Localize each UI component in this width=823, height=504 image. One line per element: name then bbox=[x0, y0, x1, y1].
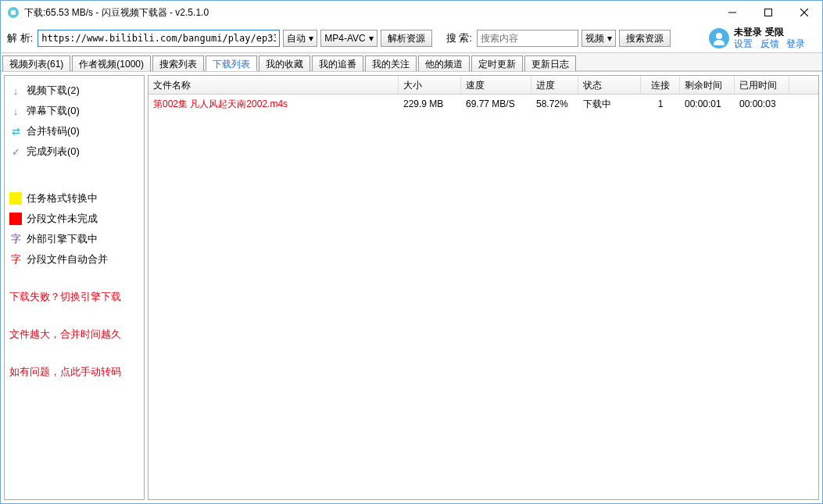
login-link[interactable]: 登录 bbox=[786, 38, 805, 49]
table-header: 文件名称 大小 速度 进度 状态 连接 剩余时间 已用时间 bbox=[148, 76, 818, 95]
toolbar: 解 析: 自动▾ MP4-AVC▾ 解析资源 搜 索: 视频▾ 搜索资源 未登录… bbox=[1, 24, 822, 52]
titlebar: 下载:65.53 MB/s - 闪豆视频下载器 - v2.5.1.0 bbox=[1, 1, 822, 24]
tab-following[interactable]: 我的关注 bbox=[365, 55, 417, 71]
text-icon: 字 bbox=[9, 232, 22, 246]
cell-speed: 69.77 MB/S bbox=[461, 95, 531, 113]
download-icon: ↓ bbox=[9, 84, 22, 97]
tab-search-list[interactable]: 搜索列表 bbox=[152, 55, 204, 71]
search-input[interactable] bbox=[477, 30, 578, 47]
col-size[interactable]: 大小 bbox=[399, 76, 461, 94]
col-status[interactable]: 状态 bbox=[578, 76, 641, 94]
tab-video-list[interactable]: 视频列表(61) bbox=[2, 55, 70, 71]
cell-status: 下载中 bbox=[578, 95, 641, 114]
format-dropdown[interactable]: MP4-AVC▾ bbox=[320, 30, 377, 47]
app-icon bbox=[7, 6, 20, 19]
tip-switch-engine[interactable]: 下载失败？切换引擎下载 bbox=[9, 288, 139, 306]
tab-favorites[interactable]: 我的收藏 bbox=[259, 55, 310, 71]
legend-incomplete: 分段文件未完成 bbox=[9, 210, 139, 227]
url-input[interactable] bbox=[38, 30, 280, 47]
minimize-button[interactable] bbox=[714, 1, 750, 24]
download-icon: ↓ bbox=[9, 105, 22, 117]
cell-progress: 58.72% bbox=[531, 95, 578, 113]
cell-filename: 第002集 凡人风起天南2002.m4s bbox=[148, 95, 399, 114]
sidebar-item-label: 合并转码(0) bbox=[27, 124, 80, 138]
svg-rect-1 bbox=[11, 10, 16, 15]
cell-conn: 1 bbox=[641, 95, 680, 113]
search-button[interactable]: 搜索资源 bbox=[619, 30, 671, 47]
maximize-button[interactable] bbox=[750, 1, 786, 24]
tip-large-file: 文件越大，合并时间越久 bbox=[9, 326, 139, 343]
square-icon bbox=[9, 213, 22, 225]
cell-size: 229.9 MB bbox=[399, 95, 461, 113]
convert-icon: ⇄ bbox=[9, 125, 22, 138]
svg-point-6 bbox=[716, 33, 722, 39]
chevron-down-icon: ▾ bbox=[309, 33, 313, 44]
login-status: 未登录 受限 bbox=[734, 27, 810, 38]
col-connections[interactable]: 连接 bbox=[641, 76, 680, 94]
tab-his-channel[interactable]: 他的频道 bbox=[418, 55, 470, 71]
table-row[interactable]: 第002集 凡人风起天南2002.m4s 229.9 MB 69.77 MB/S… bbox=[148, 95, 818, 113]
close-button[interactable] bbox=[786, 1, 822, 24]
tab-author-videos[interactable]: 作者视频(1000) bbox=[72, 55, 151, 71]
tab-bangumi[interactable]: 我的追番 bbox=[312, 55, 363, 71]
col-progress[interactable]: 进度 bbox=[531, 76, 578, 94]
text-icon: 字 bbox=[9, 252, 22, 266]
col-filename[interactable]: 文件名称 bbox=[148, 76, 399, 94]
avatar[interactable] bbox=[709, 28, 729, 48]
check-icon: ✓ bbox=[9, 145, 22, 158]
user-area: 未登录 受限 设置 反馈 登录 bbox=[709, 27, 816, 50]
sidebar-item-danmu-dl[interactable]: ↓ 弹幕下载(0) bbox=[9, 102, 139, 120]
sidebar-item-done[interactable]: ✓ 完成列表(0) bbox=[9, 143, 139, 160]
search-label: 搜 索: bbox=[446, 31, 474, 45]
tip-manual-transcode[interactable]: 如有问题，点此手动转码 bbox=[9, 363, 139, 381]
sidebar-item-merge[interactable]: ⇄ 合并转码(0) bbox=[9, 123, 139, 140]
legend-external: 字外部引擎下载中 bbox=[9, 231, 139, 248]
sidebar-item-label: 弹幕下载(0) bbox=[27, 104, 80, 118]
chevron-down-icon: ▾ bbox=[607, 33, 612, 44]
cell-remain: 00:00:01 bbox=[680, 95, 735, 113]
parse-button[interactable]: 解析资源 bbox=[381, 30, 432, 47]
col-elapsed[interactable]: 已用时间 bbox=[735, 76, 789, 94]
sidebar-item-video-dl[interactable]: ↓ 视频下载(2) bbox=[9, 82, 139, 99]
sidebar-item-label: 视频下载(2) bbox=[27, 84, 80, 98]
download-table: 文件名称 大小 速度 进度 状态 连接 剩余时间 已用时间 第002集 凡人风起… bbox=[148, 75, 819, 500]
legend-converting: 任务格式转换中 bbox=[9, 190, 139, 207]
search-type-dropdown[interactable]: 视频▾ bbox=[581, 30, 616, 47]
sidebar: ↓ 视频下载(2) ↓ 弹幕下载(0) ⇄ 合并转码(0) ✓ 完成列表(0) … bbox=[4, 75, 145, 500]
square-icon bbox=[9, 192, 22, 205]
parse-label: 解 析: bbox=[7, 31, 34, 45]
legend-automerge: 字分段文件自动合并 bbox=[9, 251, 139, 268]
settings-link[interactable]: 设置 bbox=[734, 38, 753, 49]
tab-changelog[interactable]: 更新日志 bbox=[524, 55, 576, 71]
col-remaining[interactable]: 剩余时间 bbox=[680, 76, 735, 94]
cell-elapsed: 00:00:03 bbox=[735, 95, 789, 113]
window-title: 下载:65.53 MB/s - 闪豆视频下载器 - v2.5.1.0 bbox=[24, 6, 209, 20]
svg-rect-3 bbox=[765, 9, 772, 16]
col-speed[interactable]: 速度 bbox=[461, 76, 531, 94]
tab-download-list[interactable]: 下载列表 bbox=[206, 55, 257, 71]
tab-scheduled[interactable]: 定时更新 bbox=[471, 55, 523, 71]
feedback-link[interactable]: 反馈 bbox=[760, 38, 779, 49]
chevron-down-icon: ▾ bbox=[369, 33, 374, 44]
tabbar: 视频列表(61) 作者视频(1000) 搜索列表 下载列表 我的收藏 我的追番 … bbox=[1, 52, 822, 71]
auto-dropdown[interactable]: 自动▾ bbox=[283, 30, 317, 47]
sidebar-item-label: 完成列表(0) bbox=[27, 145, 80, 159]
